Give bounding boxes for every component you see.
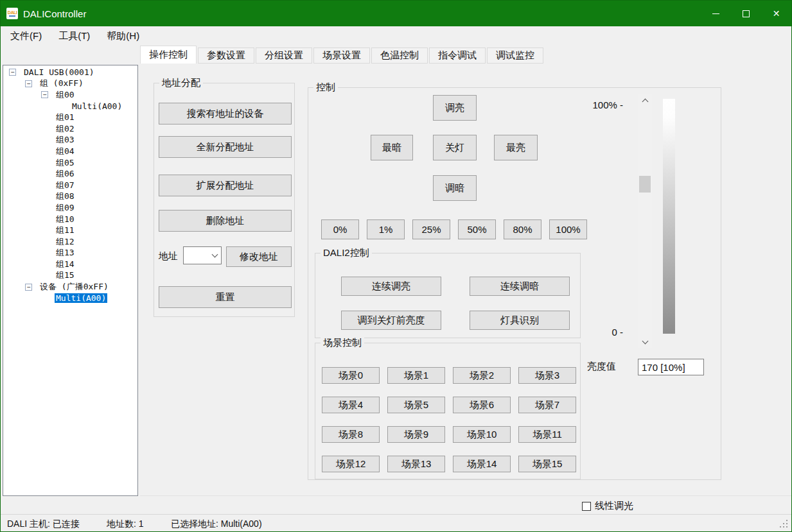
tree-collapse-icon[interactable]: − xyxy=(25,284,32,291)
control-group-title: 控制 xyxy=(313,82,338,94)
tree-item-15[interactable]: 组11 xyxy=(3,225,137,236)
tree-collapse-icon[interactable]: − xyxy=(9,69,16,76)
brightness-value-label: 亮度值 xyxy=(587,361,616,373)
percent-button-5[interactable]: 80% xyxy=(504,219,541,239)
light-off-button[interactable]: 关灯 xyxy=(433,135,477,160)
dim-down-button[interactable]: 调暗 xyxy=(433,175,477,201)
tab-1[interactable]: 操作控制 xyxy=(140,46,197,64)
tree-item-3[interactable]: −组00 xyxy=(3,89,137,101)
scene-button-9[interactable]: 场景9 xyxy=(387,426,445,443)
tree-collapse-icon[interactable]: − xyxy=(41,91,48,98)
linear-dimming-checkbox[interactable] xyxy=(582,502,591,511)
scene-button-3[interactable]: 场景3 xyxy=(518,367,576,384)
dim-up-button[interactable]: 调亮 xyxy=(433,95,477,121)
max-brightness-button[interactable]: 最亮 xyxy=(494,135,538,160)
tree-item-label: 设备 (广播0xFF) xyxy=(39,281,110,293)
address-allocation-title: 地址分配 xyxy=(159,77,203,89)
address-combobox[interactable] xyxy=(183,246,222,264)
tree-item-5[interactable]: 组01 xyxy=(3,112,137,123)
percent-button-1[interactable]: 0% xyxy=(321,219,359,239)
close-button[interactable]: ✕ xyxy=(761,1,791,26)
scene-button-5[interactable]: 场景5 xyxy=(387,397,445,413)
app-icon-text: DALI xyxy=(8,10,17,15)
scene-button-7[interactable]: 场景7 xyxy=(518,397,576,413)
scroll-down-button[interactable] xyxy=(638,336,652,348)
tab-4[interactable]: 场景设置 xyxy=(313,47,370,64)
scroll-up-button[interactable] xyxy=(638,94,652,106)
luminaire-identify-button[interactable]: 灯具识别 xyxy=(470,311,570,330)
maximize-icon xyxy=(743,10,750,17)
tree-item-4[interactable]: Multi(A00) xyxy=(3,101,137,112)
continuous-dim-down-button[interactable]: 连续调暗 xyxy=(470,277,570,296)
tree-item-16[interactable]: 组12 xyxy=(3,236,137,248)
search-addressed-devices-button[interactable]: 搜索有地址的设备 xyxy=(159,103,292,124)
tree-item-20[interactable]: −设备 (广播0xFF) xyxy=(3,281,137,293)
tree-item-label: 组07 xyxy=(55,180,76,191)
tree-item-21[interactable]: Multi(A00) xyxy=(3,293,137,304)
linear-dimming-label: 线性调光 xyxy=(595,500,633,512)
scene-button-4[interactable]: 场景4 xyxy=(322,397,380,413)
menu-item-1[interactable]: 文件(F) xyxy=(2,26,50,46)
title-bar: DALI DALIController ✕ xyxy=(1,1,791,26)
min-brightness-button[interactable]: 最暗 xyxy=(371,135,413,160)
tab-6[interactable]: 指令调试 xyxy=(429,47,486,64)
status-selected-address: 已选择地址: Multi(A00) xyxy=(171,519,262,530)
menu-item-3[interactable]: 帮助(H) xyxy=(98,26,148,46)
minimize-button[interactable] xyxy=(701,1,731,26)
control-group: 控制 调亮 最暗 关灯 最亮 调暗 0%1%25%50%80%100% DALI… xyxy=(308,87,721,480)
menu-item-2[interactable]: 工具(T) xyxy=(50,26,98,46)
scrollbar-track[interactable] xyxy=(638,106,652,336)
tree-item-label: 组05 xyxy=(55,157,76,169)
window-controls: ✕ xyxy=(701,1,791,26)
scene-button-0[interactable]: 场景0 xyxy=(322,367,380,384)
scene-button-14[interactable]: 场景14 xyxy=(453,456,511,472)
tree-item-13[interactable]: 组09 xyxy=(3,202,137,214)
scene-button-2[interactable]: 场景2 xyxy=(453,367,511,384)
scene-button-10[interactable]: 场景10 xyxy=(453,426,511,443)
modify-address-button[interactable]: 修改地址 xyxy=(226,246,292,267)
tree-item-17[interactable]: 组13 xyxy=(3,248,137,259)
tree-item-6[interactable]: 组02 xyxy=(3,123,137,135)
brightness-value-field[interactable]: 170 [10%] xyxy=(638,359,704,375)
scene-button-15[interactable]: 场景15 xyxy=(518,456,576,472)
scrollbar-thumb[interactable] xyxy=(639,176,651,193)
resize-grip[interactable] xyxy=(786,526,788,528)
assign-extend-address-button[interactable]: 扩展分配地址 xyxy=(159,175,292,196)
tree-item-1[interactable]: −DALI USB(0001) xyxy=(3,67,137,78)
tree-item-8[interactable]: 组04 xyxy=(3,146,137,157)
percent-button-6[interactable]: 100% xyxy=(549,219,587,239)
tree-item-7[interactable]: 组03 xyxy=(3,135,137,146)
percent-button-3[interactable]: 25% xyxy=(412,219,450,239)
tree-item-9[interactable]: 组05 xyxy=(3,157,137,169)
scene-button-1[interactable]: 场景1 xyxy=(387,367,445,384)
tab-2[interactable]: 参数设置 xyxy=(198,47,254,64)
tree-item-label: 组06 xyxy=(55,168,76,180)
percent-button-4[interactable]: 50% xyxy=(458,219,496,239)
percent-button-2[interactable]: 1% xyxy=(367,219,405,239)
tab-3[interactable]: 分组设置 xyxy=(256,47,312,64)
scene-button-11[interactable]: 场景11 xyxy=(518,426,576,443)
delete-address-button[interactable]: 删除地址 xyxy=(159,210,292,232)
tree-item-19[interactable]: 组15 xyxy=(3,270,137,282)
tree-item-18[interactable]: 组14 xyxy=(3,259,137,270)
scene-button-13[interactable]: 场景13 xyxy=(387,456,445,472)
tree-item-10[interactable]: 组06 xyxy=(3,168,137,180)
restore-pre-off-brightness-button[interactable]: 调到关灯前亮度 xyxy=(341,311,441,330)
tree-collapse-icon[interactable]: − xyxy=(25,80,32,87)
status-address-count: 地址数: 1 xyxy=(107,519,144,530)
tree-item-11[interactable]: 组07 xyxy=(3,180,137,191)
tree-item-12[interactable]: 组08 xyxy=(3,191,137,203)
scene-button-8[interactable]: 场景8 xyxy=(322,426,380,443)
maximize-button[interactable] xyxy=(731,1,761,26)
scene-button-12[interactable]: 场景12 xyxy=(322,456,380,472)
reset-button[interactable]: 重置 xyxy=(159,286,292,308)
scene-button-6[interactable]: 场景6 xyxy=(453,397,511,413)
tree-item-2[interactable]: −组 (0xFF) xyxy=(3,78,137,90)
continuous-dim-up-button[interactable]: 连续调亮 xyxy=(341,277,441,296)
tab-7[interactable]: 调试监控 xyxy=(487,47,543,64)
tree-item-label: 组10 xyxy=(55,214,76,225)
assign-new-address-button[interactable]: 全新分配地址 xyxy=(159,136,292,158)
brightness-scrollbar[interactable] xyxy=(638,94,652,348)
tab-5[interactable]: 色温控制 xyxy=(371,47,428,64)
tree-item-14[interactable]: 组10 xyxy=(3,214,137,225)
